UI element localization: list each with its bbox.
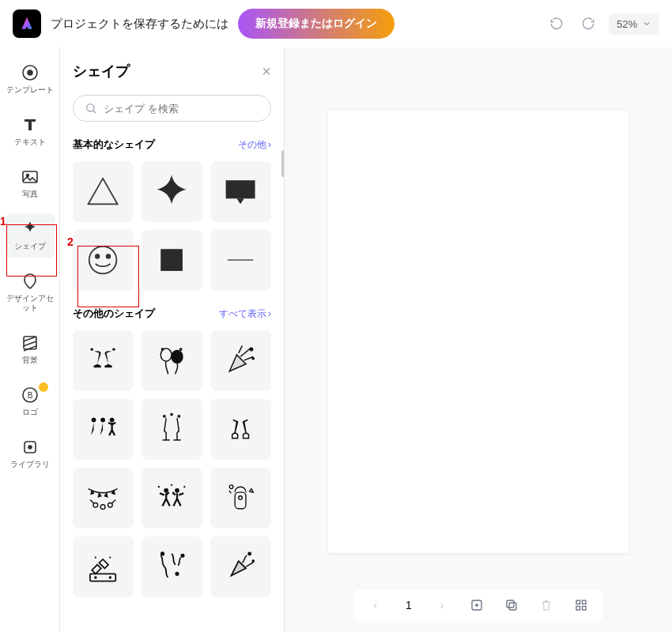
svg-point-30 [93,503,98,508]
library-icon [21,438,40,457]
svg-point-35 [158,486,160,487]
svg-point-19 [172,351,183,363]
panel-title: シェイプ [73,62,130,81]
photo-icon [21,167,40,186]
svg-point-28 [179,416,180,417]
svg-point-34 [176,488,180,493]
undo-button[interactable] [546,13,568,35]
svg-point-11 [89,246,117,274]
shape-smiley[interactable] [73,230,134,291]
app-logo[interactable] [13,9,41,38]
zoom-value: 52% [617,18,637,30]
grid-view-button[interactable] [572,596,591,615]
rail-label: テンプレート [6,85,54,95]
delete-page-button[interactable] [537,596,556,615]
svg-point-43 [109,577,111,579]
rail-design-assets[interactable]: デザインアセット [6,265,55,319]
svg-point-25 [101,418,106,423]
svg-point-8 [28,446,32,449]
section-other-viewall[interactable]: すべて表示› [219,307,271,321]
svg-point-42 [95,577,97,579]
svg-rect-53 [507,600,514,608]
shape-triangle[interactable] [73,161,134,222]
svg-point-45 [110,557,111,559]
svg-rect-10 [226,181,255,199]
svg-point-17 [113,348,115,351]
svg-point-40 [230,485,234,489]
svg-rect-14 [161,250,183,272]
design-asset-icon [21,272,40,291]
shape-speech-rect[interactable] [210,161,271,222]
svg-point-49 [248,553,251,555]
shape-balloons[interactable] [142,330,202,391]
annotation-1: 1 [0,215,6,228]
chevron-right-icon: › [268,308,271,319]
text-icon [21,115,40,134]
shape-music-party[interactable] [210,468,271,529]
svg-point-21 [180,348,182,350]
section-basic-more[interactable]: その他› [238,138,271,152]
save-message: プロジェクトを保存するためには [51,17,228,32]
svg-point-29 [171,414,172,416]
next-page-button[interactable]: › [432,596,451,615]
svg-point-26 [110,418,115,423]
rail-templates[interactable]: テンプレート [6,57,55,101]
shape-garland[interactable] [73,468,134,529]
svg-point-36 [184,486,186,487]
duplicate-page-button[interactable] [502,596,521,615]
svg-point-46 [161,553,164,555]
section-other-title: その他のシェイプ [73,307,155,321]
search-input-wrapper[interactable] [73,95,271,122]
logo-icon: B [21,386,40,404]
search-input[interactable] [104,103,259,115]
shape-square[interactable] [142,230,202,291]
rail-shapes[interactable]: シェイプ [6,213,55,258]
shape-party-people[interactable] [142,468,202,529]
rail-background[interactable]: 背景 [6,327,55,371]
rail-label: ライブラリ [10,460,50,469]
rail-label: ロゴ [22,408,38,417]
prev-page-button[interactable]: ‹ [366,596,385,615]
svg-point-24 [92,418,96,423]
add-page-button[interactable] [467,596,486,615]
svg-point-47 [182,555,184,557]
svg-point-23 [253,358,255,359]
artboard[interactable] [328,111,629,553]
premium-badge-icon [39,382,48,392]
topbar: プロジェクトを保存するためには 新規登録またはログイン 52% [0,0,672,47]
redo-button[interactable] [577,13,599,35]
shape-icon [21,220,40,239]
close-panel-button[interactable]: × [262,62,271,81]
rail-label: シェイプ [14,242,46,251]
svg-rect-57 [583,607,587,611]
shape-line[interactable] [210,230,271,291]
chevron-down-icon [642,19,651,28]
search-icon [85,102,97,115]
svg-point-32 [108,503,113,508]
shapes-panel: シェイプ × 基本的なシェイプ その他› その他のシェイプ すべて表示› [60,47,285,632]
rail-photos[interactable]: 写真 [6,161,55,205]
shape-confetti-cannons[interactable] [73,536,134,597]
zoom-dropdown[interactable]: 52% [609,13,659,35]
shape-toast-outline[interactable] [210,399,271,460]
svg-rect-52 [509,603,516,610]
signup-login-button[interactable]: 新規登録またはログイン [238,9,395,39]
shape-streamers[interactable] [142,536,202,597]
page-number: 1 [401,599,417,611]
shape-party-popper[interactable] [210,330,271,391]
svg-rect-38 [236,493,247,510]
rail-logo[interactable]: B ロゴ [6,379,55,423]
svg-point-44 [95,557,96,559]
rail-library[interactable]: ライブラリ [6,431,55,476]
canvas-area[interactable]: ‹ 1 › [285,47,672,632]
shape-party-horn[interactable] [210,536,271,597]
shape-dancers[interactable] [73,399,134,460]
rail-text[interactable]: テキスト [6,109,55,153]
shape-sparkle[interactable] [142,161,202,222]
shape-cheers[interactable] [73,330,134,391]
shape-champagne[interactable] [142,399,202,460]
annotation-2: 2 [67,235,74,248]
svg-text:B: B [27,391,32,400]
section-basic-title: 基本的なシェイプ [73,137,155,152]
template-icon [21,63,40,82]
